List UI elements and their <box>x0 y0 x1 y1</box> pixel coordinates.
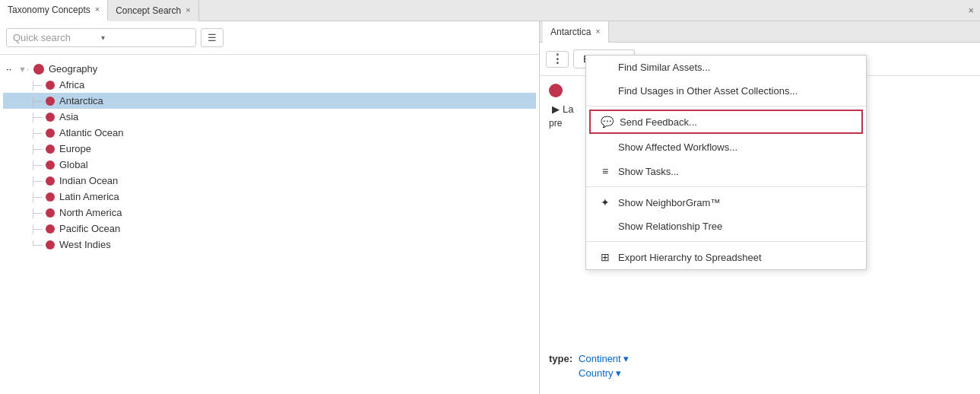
pacific-dot <box>46 224 55 234</box>
dropdown-item-send-feedback[interactable]: 💬 Send Feedback... <box>589 110 863 134</box>
list-item[interactable]: ├─ Asia <box>3 109 536 125</box>
expand-arrow-icon[interactable]: ▶ <box>552 103 560 115</box>
europe-label: Europe <box>59 143 91 154</box>
tree-indent-root: ·· <box>6 63 18 75</box>
dropdown-item-show-tasks[interactable]: ≡ Show Tasks... <box>586 159 866 183</box>
africa-dot <box>46 81 55 90</box>
northam-label: North America <box>59 207 122 218</box>
left-panel: Quick search ▾ ☰ ·· ▼· Geography ├─ Afri… <box>0 21 540 394</box>
connector4: ├─ <box>30 129 46 138</box>
main-layout: Quick search ▾ ☰ ·· ▼· Geography ├─ Afri… <box>0 21 980 394</box>
divider-2 <box>586 186 866 187</box>
asia-label: Asia <box>59 111 78 122</box>
list-item[interactable]: ├─ Europe <box>3 141 536 157</box>
list-item[interactable]: ├─ Africa <box>3 77 536 93</box>
right-tab-bar: Antarctica × <box>540 21 980 43</box>
tasks-icon: ≡ <box>598 165 612 177</box>
connector7: ├─ <box>30 176 46 186</box>
westindies-dot <box>46 240 55 249</box>
left-toolbar: Quick search ▾ ☰ <box>0 21 539 55</box>
atlantic-label: Atlantic Ocean <box>59 127 124 138</box>
tab-taxonomy-concepts-close[interactable]: × <box>95 5 100 14</box>
antarctica-dot <box>46 97 55 106</box>
tree-root[interactable]: ·· ▼· Geography <box>3 61 536 77</box>
type-link-continent[interactable]: Continent ▾ <box>579 353 629 364</box>
connector5: ├─ <box>30 145 46 154</box>
show-neighborgram-label: Show NeighborGram™ <box>618 197 720 208</box>
list-item[interactable]: ├─ North America <box>3 205 536 221</box>
pacific-label: Pacific Ocean <box>59 223 120 234</box>
africa-label: Africa <box>59 79 84 91</box>
divider-1 <box>586 106 866 106</box>
send-feedback-label: Send Feedback... <box>620 116 697 128</box>
search-placeholder: Quick search <box>13 32 101 43</box>
connector10: ├─ <box>30 224 46 234</box>
type-link-country[interactable]: Country ▾ <box>579 367 629 379</box>
tab-bar: Taxonomy Concepts × Concept Search × × <box>0 0 980 21</box>
global-dot <box>46 160 55 170</box>
atlantic-dot <box>46 129 55 138</box>
tree-connector-root: ▼· <box>18 65 33 74</box>
concept-dot <box>549 84 563 97</box>
list-item[interactable]: └─ West Indies <box>3 237 536 253</box>
asia-dot <box>46 113 55 122</box>
europe-dot <box>46 145 55 154</box>
list-item[interactable]: ├─ Latin America <box>3 189 536 205</box>
tree-container: ·· ▼· Geography ├─ Africa ├─ Antarctica … <box>0 55 539 394</box>
export-icon: ⊞ <box>598 251 612 263</box>
tab-antarctica[interactable]: Antarctica × <box>543 21 609 43</box>
pref-text: pre <box>549 118 562 129</box>
dropdown-item-find-similar[interactable]: Find Similar Assets... <box>586 56 866 79</box>
show-workflows-label: Show Affected Workflows... <box>618 141 737 153</box>
list-item[interactable]: ├─ Pacific Ocean <box>3 221 536 237</box>
find-usages-label: Find Usages in Other Asset Collections..… <box>618 85 798 97</box>
concept-search-label: Concept Search <box>116 5 181 16</box>
indian-label: Indian Ocean <box>59 175 118 186</box>
northam-dot <box>46 208 55 218</box>
connector11: └─ <box>30 240 46 249</box>
list-item[interactable]: ├─ Global <box>3 157 536 173</box>
connector3: ├─ <box>30 113 46 122</box>
dropdown-item-neighborgram[interactable]: ✦ Show NeighborGram™ <box>586 190 866 214</box>
kebab-menu-button[interactable]: ⋮ <box>546 51 569 68</box>
connector9: ├─ <box>30 208 46 218</box>
connector6: ├─ <box>30 160 46 170</box>
dropdown-item-find-usages[interactable]: Find Usages in Other Asset Collections..… <box>586 79 866 103</box>
tab-concept-search[interactable]: Concept Search × <box>108 0 199 21</box>
send-feedback-icon: 💬 <box>600 116 614 128</box>
tab-close-all[interactable]: × <box>962 5 980 16</box>
latinam-label: Latin America <box>59 191 119 202</box>
right-panel: Antarctica × ⋮ Explore ▾ ▶ La pre <box>540 21 980 394</box>
dropdown-item-show-workflows[interactable]: Show Affected Workflows... <box>586 135 866 159</box>
type-row: type: Continent ▾ Country ▾ <box>549 353 629 379</box>
tab-taxonomy-concepts[interactable]: Taxonomy Concepts × <box>0 0 108 21</box>
list-item[interactable]: ├─ Atlantic Ocean <box>3 125 536 141</box>
antarctica-label: Antarctica <box>59 95 103 106</box>
westindies-label: West Indies <box>59 239 111 250</box>
list-view-button[interactable]: ☰ <box>201 28 224 47</box>
geography-dot <box>33 64 44 75</box>
show-relationship-tree-label: Show Relationship Tree <box>618 221 722 232</box>
connector1: ├─ <box>30 81 46 90</box>
indian-dot <box>46 176 55 186</box>
type-key-label: type: <box>549 353 572 364</box>
global-label: Global <box>59 159 88 170</box>
connector2: ├─ <box>30 97 46 106</box>
type-links: Continent ▾ Country ▾ <box>579 353 629 379</box>
dropdown-item-relationship-tree[interactable]: Show Relationship Tree <box>586 214 866 238</box>
antarctica-tab-close[interactable]: × <box>595 27 600 36</box>
taxonomy-concepts-label: Taxonomy Concepts <box>8 5 90 15</box>
connector8: ├─ <box>30 192 46 202</box>
list-item[interactable]: ├─ Antarctica <box>3 93 536 109</box>
antarctica-tab-label: Antarctica <box>550 27 591 37</box>
list-item[interactable]: ├─ Indian Ocean <box>3 173 536 189</box>
tab-concept-search-close[interactable]: × <box>186 6 190 14</box>
dropdown-menu: Find Similar Assets... Find Usages in Ot… <box>585 55 867 270</box>
chevron-down-icon: ▾ <box>101 33 189 42</box>
show-tasks-label: Show Tasks... <box>618 166 679 177</box>
dropdown-item-export[interactable]: ⊞ Export Hierarchy to Spreadsheet <box>586 245 866 269</box>
latinam-dot <box>46 192 55 202</box>
geography-label: Geography <box>49 63 97 75</box>
search-box[interactable]: Quick search ▾ <box>6 28 196 47</box>
la-text: La <box>563 103 573 115</box>
